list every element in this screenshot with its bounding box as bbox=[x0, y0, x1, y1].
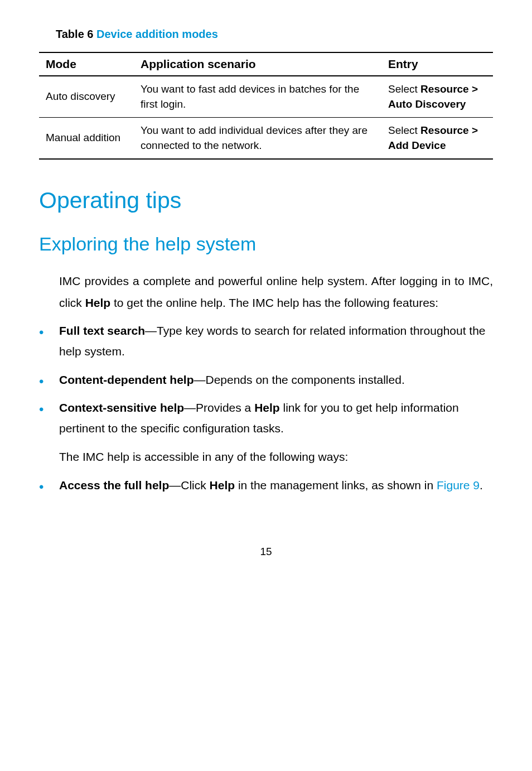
table-caption-label: Table 6 bbox=[56, 28, 96, 40]
th-entry: Entry bbox=[381, 52, 493, 76]
list-item: Full text search—Type key words to searc… bbox=[39, 321, 493, 362]
table-caption: Table 6 Device addition modes bbox=[56, 28, 493, 41]
cell-entry: Select Resource > Auto Discovery bbox=[381, 76, 493, 118]
heading-operating-tips: Operating tips bbox=[39, 187, 493, 214]
cell-scenario: You want to add individual devices after… bbox=[134, 118, 381, 160]
cell-mode: Manual addition bbox=[39, 118, 134, 160]
table-row: Auto discovery You want to fast add devi… bbox=[39, 76, 493, 118]
page-number: 15 bbox=[39, 546, 493, 558]
th-scenario: Application scenario bbox=[134, 52, 381, 76]
cell-mode: Auto discovery bbox=[39, 76, 134, 118]
list-item: Context-sensitive help—Provides a Help l… bbox=[39, 398, 493, 439]
features-list: Full text search—Type key words to searc… bbox=[39, 321, 493, 439]
intro-paragraph: IMC provides a complete and powerful onl… bbox=[59, 271, 493, 314]
cell-entry: Select Resource > Add Device bbox=[381, 118, 493, 160]
table-row: Manual addition You want to add individu… bbox=[39, 118, 493, 160]
list-item: Access the full help—Click Help in the m… bbox=[39, 475, 493, 496]
accessible-ways-text: The IMC help is accessible in any of the… bbox=[59, 447, 493, 468]
access-list: Access the full help—Click Help in the m… bbox=[39, 475, 493, 496]
figure-link[interactable]: Figure 9 bbox=[437, 479, 480, 491]
heading-exploring-help: Exploring the help system bbox=[39, 233, 493, 255]
th-mode: Mode bbox=[39, 52, 134, 76]
cell-scenario: You want to fast add devices in batches … bbox=[134, 76, 381, 118]
table-caption-title: Device addition modes bbox=[96, 28, 218, 40]
device-modes-table: Mode Application scenario Entry Auto dis… bbox=[39, 52, 493, 160]
list-item: Content-dependent help—Depends on the co… bbox=[39, 370, 493, 391]
